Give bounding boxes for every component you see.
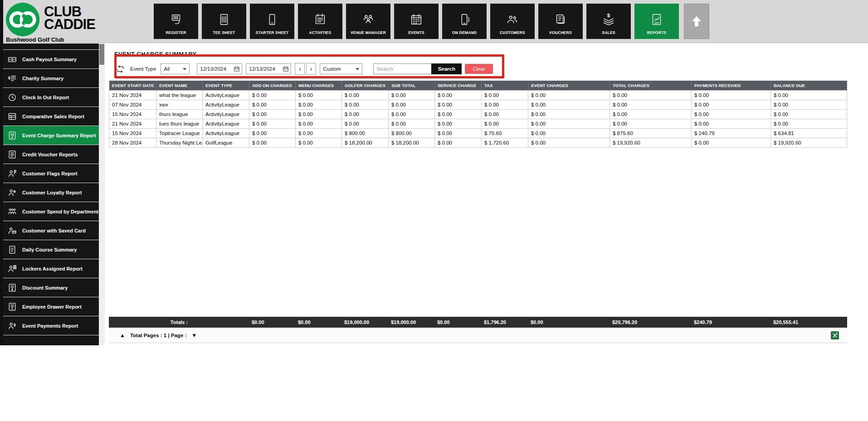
total-value: $0.00 bbox=[434, 317, 481, 328]
sidebar-item-label: Cash Payout Summary bbox=[22, 57, 77, 62]
sidebar-item-customer-loyalty-report[interactable]: Customer Loyalty Report bbox=[3, 183, 99, 202]
column-header-total-charges[interactable]: TOTAL CHARGES bbox=[610, 81, 692, 91]
table-row[interactable]: 07 Nov 2024xwxActivityLeague$ 0.00$ 0.00… bbox=[109, 100, 847, 110]
column-header-sub-total[interactable]: SUB TOTAL bbox=[389, 81, 435, 91]
table-row[interactable]: 15 Nov 2024thurs leagueActivityLeague$ 0… bbox=[109, 110, 847, 119]
nav-button-tee-sheet[interactable]: TEE SHEET bbox=[202, 4, 246, 39]
sidebar-item-label: Customer Flags Report bbox=[22, 171, 78, 176]
nav-label: ACTIVITIES bbox=[309, 30, 332, 35]
cell-payments-received: $ 0.00 bbox=[692, 91, 771, 100]
nav-label: ON DEMAND bbox=[452, 30, 477, 35]
sidebar-item-daily-course-summary[interactable]: Daily Course Summary bbox=[3, 240, 99, 259]
next-date-button[interactable]: › bbox=[306, 63, 316, 75]
date-from-input[interactable]: 12/13/2024 bbox=[197, 63, 242, 74]
totals-bar: Totals :$0.00$0.00$19,000.00$19,000.00$0… bbox=[109, 317, 847, 328]
sidebar-item-discount-summary[interactable]: $Discount Summary bbox=[3, 278, 99, 297]
sidebar-item-label: Discount Summary bbox=[22, 285, 68, 290]
refresh-icon[interactable] bbox=[116, 65, 125, 73]
calendar-icon bbox=[283, 66, 289, 72]
cell-total-charges: $ 0.00 bbox=[610, 100, 692, 110]
sidebar-scrollbar[interactable] bbox=[99, 44, 105, 345]
svg-text:$: $ bbox=[11, 288, 13, 291]
excel-export-icon[interactable] bbox=[831, 331, 839, 339]
column-header-tax[interactable]: TAX bbox=[482, 81, 528, 91]
column-header-payments-received[interactable]: PAYMENTS RECEIVED bbox=[692, 81, 771, 91]
table-row[interactable]: 15 Nov 2024Toptracer LeagueActivityLeagu… bbox=[109, 129, 847, 138]
scrollbar-thumb[interactable] bbox=[99, 44, 104, 65]
cell-event-type: ActivityLeague bbox=[203, 119, 249, 129]
club-name: Bushwood Golf Club bbox=[6, 36, 64, 43]
sidebar-item-comparative-sales-report[interactable]: Comparative Sales Report bbox=[3, 107, 99, 126]
scroll-top-button[interactable] bbox=[684, 4, 709, 39]
activities-icon bbox=[313, 13, 327, 26]
column-header-menu-charges[interactable]: MENU CHARGES bbox=[296, 81, 342, 91]
sidebar-item-customer-spend-by-department[interactable]: Customer Spend by Department bbox=[3, 202, 99, 221]
date-from-value: 12/13/2024 bbox=[200, 66, 226, 72]
table-row[interactable]: 28 Nov 2024Thursday Night LeaGolfLeague$… bbox=[109, 138, 847, 148]
cell-event-name: thurs league bbox=[156, 110, 203, 119]
sidebar-item-event-charge-summary-report[interactable]: Event Charge Summary Report bbox=[3, 126, 99, 145]
column-header-event-name[interactable]: EVENT NAME bbox=[156, 81, 203, 91]
cell-add-on-charges: $ 0.00 bbox=[249, 119, 296, 129]
sidebar-item-credit-voucher-reports[interactable]: Credit Voucher Reports bbox=[3, 145, 99, 164]
cell-tax: $ 0.00 bbox=[482, 100, 528, 110]
nav-button-customers[interactable]: CUSTOMERS bbox=[490, 4, 535, 39]
nav-button-on-demand[interactable]: ON DEMAND bbox=[442, 4, 487, 39]
column-header-golfer-charges[interactable]: GOLFER CHARGES bbox=[342, 81, 389, 91]
page-select-dropdown-icon[interactable]: ▼ bbox=[191, 332, 197, 339]
sidebar-item-cash-payout-summary[interactable]: Cash Payout Summary bbox=[3, 50, 99, 68]
cell-event-type: ActivityLeague bbox=[203, 91, 249, 100]
column-header-balance-due[interactable]: BALANCE DUE bbox=[771, 81, 847, 91]
sidebar-item-customer-flags-report[interactable]: Customer Flags Report bbox=[3, 164, 99, 183]
column-header-event-type[interactable]: EVENT TYPE bbox=[203, 81, 249, 91]
nav-button-events[interactable]: EVENTS bbox=[394, 4, 439, 39]
search-input[interactable] bbox=[373, 63, 431, 74]
sidebar-item-employee-drawer-report[interactable]: ΣEmployee Drawer Report bbox=[3, 297, 99, 316]
nav-button-register[interactable]: REGISTER bbox=[154, 4, 198, 39]
cell-event-name: Toptracer League bbox=[156, 129, 203, 138]
table-footer: ▲ Total Pages : 1 | Page : ▼ bbox=[109, 328, 847, 343]
event-type-select[interactable]: All bbox=[161, 63, 190, 74]
previous-date-button[interactable]: ‹ bbox=[295, 63, 305, 75]
totals-row: Totals :$0.00$0.00$19,000.00$19,000.00$0… bbox=[109, 317, 847, 328]
sidebar-item-label: Employee Drawer Report bbox=[22, 304, 82, 310]
sidebar-item-label: Event Charge Summary Report bbox=[22, 133, 96, 138]
nav-button-reports[interactable]: REPORTS bbox=[634, 4, 679, 39]
sidebar-item-lockers-assigned-report[interactable]: Lockers Assigned Report bbox=[3, 259, 99, 278]
collapse-up-icon[interactable]: ▲ bbox=[120, 332, 125, 339]
cell-golfer-charges: $ 0.00 bbox=[342, 119, 389, 129]
cell-balance-due: $ 0.00 bbox=[771, 119, 847, 129]
sidebar-item-event-payments-report[interactable]: $Event Payments Report bbox=[3, 316, 99, 335]
nav-button-vouchers[interactable]: VOUCHERS bbox=[538, 4, 583, 39]
cell-menu-charges: $ 0.00 bbox=[296, 91, 342, 100]
sidebar-item-partial bbox=[3, 335, 99, 345]
register-icon bbox=[169, 13, 183, 26]
table-row[interactable]: 21 Nov 2024tues thurs leagueActivityLeag… bbox=[109, 119, 847, 129]
svg-text:$: $ bbox=[607, 13, 610, 18]
nav-button-sales[interactable]: $SALES bbox=[586, 4, 631, 39]
cell-balance-due: $ 0.00 bbox=[771, 100, 847, 110]
cell-golfer-charges: $ 0.00 bbox=[342, 100, 389, 110]
column-header-event-start-date[interactable]: EVENT START DATE bbox=[109, 81, 156, 91]
date-range-select[interactable]: Custom bbox=[320, 63, 362, 74]
sidebar-item-customer-with-saved-card[interactable]: Customer with Saved Card bbox=[3, 221, 99, 240]
nav-button-venue-manager[interactable]: VENUE MANAGER bbox=[346, 4, 390, 39]
search-button[interactable]: Search bbox=[431, 63, 462, 74]
column-header-add-on-charges[interactable]: ADD ON CHARGES bbox=[249, 81, 296, 91]
report-content: EVENT CHARGE SUMMARY Event Type All 12/1… bbox=[109, 43, 847, 345]
vouchers-icon bbox=[554, 13, 567, 26]
sidebar-item-clock-in-out-report[interactable]: Clock In Out Report bbox=[3, 88, 99, 106]
date-to-input[interactable]: 12/13/2024 bbox=[246, 63, 291, 74]
clear-button[interactable]: Clear bbox=[465, 64, 493, 74]
column-header-service-charge[interactable]: SERVICE CHARGE bbox=[435, 81, 482, 91]
sidebar-item-label: Customer Spend by Department bbox=[22, 209, 98, 214]
nav-button-activities[interactable]: ACTIVITIES bbox=[298, 4, 342, 39]
nav-label: TEE SHEET bbox=[213, 30, 235, 35]
table-row[interactable]: 21 Nov 2024what the leagueActivityLeague… bbox=[109, 91, 847, 100]
column-header-event-charges[interactable]: EVENT CHARGES bbox=[528, 81, 610, 91]
up-arrow-icon bbox=[689, 14, 704, 29]
sidebar-item-charity-summary[interactable]: $Charity Summary bbox=[3, 69, 99, 87]
cell-golfer-charges: $ 0.00 bbox=[342, 110, 389, 119]
nav-button-starter-sheet[interactable]: STARTER SHEET bbox=[250, 4, 294, 39]
cell-payments-received: $ 0.00 bbox=[692, 110, 771, 119]
